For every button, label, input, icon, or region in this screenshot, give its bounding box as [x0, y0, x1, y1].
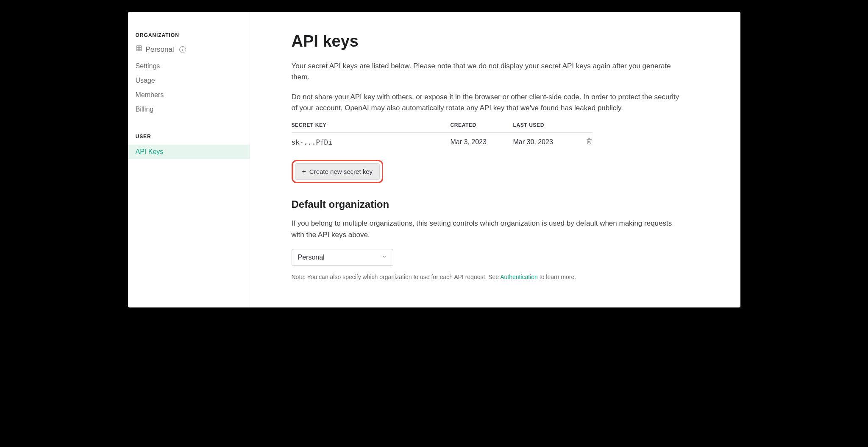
sidebar-item-label: Personal [146, 45, 174, 54]
sidebar-header-organization: ORGANIZATION [128, 32, 250, 43]
default-org-desc: If you belong to multiple organizations,… [292, 218, 682, 240]
header-last-used: LAST USED [513, 122, 581, 128]
sidebar-item-label: API Keys [136, 148, 164, 156]
plus-icon: + [302, 168, 306, 175]
api-keys-table: SECRET KEY CREATED LAST USED sk-...PfDi … [292, 122, 593, 151]
app-window: ORGANIZATION Personal i Settings Usage M… [128, 12, 740, 307]
authentication-link[interactable]: Authentication [500, 274, 538, 280]
sidebar-item-label: Billing [136, 106, 154, 113]
intro-paragraph-2: Do not share your API key with others, o… [292, 92, 682, 114]
sidebar-header-user: USER [128, 134, 250, 145]
cell-secret-key: sk-...PfDi [292, 138, 451, 146]
svg-rect-0 [136, 46, 141, 51]
note-prefix: Note: You can also specify which organiz… [292, 274, 501, 280]
info-icon[interactable]: i [179, 46, 186, 53]
intro-paragraph-1: Your secret API keys are listed below. P… [292, 61, 682, 83]
sidebar-item-label: Members [136, 91, 164, 99]
sidebar-item-personal[interactable]: Personal i [128, 43, 250, 59]
default-org-note: Note: You can also specify which organiz… [292, 274, 715, 280]
sidebar-section-user: USER API Keys [128, 134, 250, 159]
sidebar-item-label: Usage [136, 77, 155, 84]
header-secret-key: SECRET KEY [292, 122, 451, 128]
default-org-title: Default organization [292, 198, 715, 210]
delete-key-button[interactable] [586, 138, 593, 146]
sidebar-item-billing[interactable]: Billing [128, 102, 250, 117]
sidebar-item-usage[interactable]: Usage [128, 73, 250, 88]
trash-icon [586, 138, 593, 145]
note-suffix: to learn more. [538, 274, 576, 280]
sidebar-item-settings[interactable]: Settings [128, 59, 250, 73]
page-title: API keys [292, 32, 715, 50]
cell-actions [581, 138, 593, 146]
select-field: Personal [292, 249, 393, 266]
table-row: sk-...PfDi Mar 3, 2023 Mar 30, 2023 [292, 133, 593, 151]
sidebar: ORGANIZATION Personal i Settings Usage M… [128, 12, 250, 307]
sidebar-item-label: Settings [136, 62, 160, 70]
create-secret-key-button[interactable]: + Create new secret key [295, 163, 380, 180]
sidebar-item-members[interactable]: Members [128, 88, 250, 102]
table-header: SECRET KEY CREATED LAST USED [292, 122, 593, 133]
sidebar-section-organization: ORGANIZATION Personal i Settings Usage M… [128, 32, 250, 117]
cell-created: Mar 3, 2023 [451, 138, 513, 146]
sidebar-item-api-keys[interactable]: API Keys [128, 145, 250, 159]
cell-last-used: Mar 30, 2023 [513, 138, 581, 146]
create-key-highlight: + Create new secret key [292, 160, 384, 183]
default-org-select[interactable]: Personal [292, 249, 393, 266]
header-created: CREATED [451, 122, 513, 128]
create-button-label: Create new secret key [309, 168, 373, 175]
select-value: Personal [298, 254, 325, 261]
main-content: API keys Your secret API keys are listed… [250, 12, 740, 307]
building-icon [136, 45, 142, 54]
